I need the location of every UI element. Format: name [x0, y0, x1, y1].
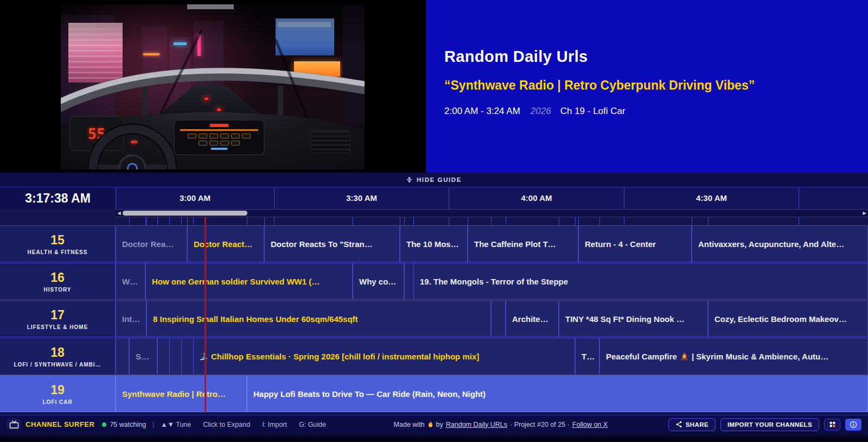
program-cell[interactable]: The Caffeine Plot T…	[468, 225, 578, 262]
guide-grid: 15HEALTH & FITNESSDoctor Rea…Doctor Reac…	[0, 217, 868, 412]
program-cell[interactable]: Why co…	[353, 263, 404, 300]
program-cell[interactable]: Synthwave Radio | Retro…	[116, 375, 247, 412]
program-title: How one German soldier Survived WW1 (…	[152, 277, 320, 286]
channel-number: 18	[50, 345, 65, 360]
scrollbar-thumb[interactable]	[123, 211, 247, 216]
program-title: TINY *48 Sq Ft* Dining Nook …	[565, 314, 685, 324]
guide-row: 16HISTORYW…How one German soldier Surviv…	[0, 263, 868, 300]
console-screen	[174, 119, 265, 155]
scroll-left-button[interactable]: ◀	[116, 210, 123, 217]
program-cell[interactable]	[181, 338, 194, 375]
channel-cell[interactable]: 15HEALTH & FITNESS	[0, 225, 116, 262]
info-icon	[850, 421, 857, 428]
project-label: · Project #20 of 25 ·	[510, 421, 570, 428]
program-cell[interactable]: Int…	[116, 300, 146, 337]
program-cell[interactable]: Archite…	[506, 300, 559, 337]
channel-number: 17	[50, 308, 65, 323]
program-cell[interactable]: Doctor React…	[187, 225, 264, 262]
info-button[interactable]	[845, 419, 861, 431]
video-player[interactable]: 55	[0, 0, 426, 173]
channel-cell[interactable]: 19LOFI CAR	[0, 375, 116, 412]
program-cell[interactable]: S…	[129, 338, 157, 375]
channel-cell[interactable]: 18LOFI / SYNTHWAVE / AMBI…	[0, 338, 116, 375]
program-cell[interactable]	[491, 300, 506, 337]
program-cell[interactable]	[169, 338, 182, 375]
guide-row: 17LIFESTYLE & HOMEInt…8 Inspiring Small …	[0, 300, 868, 337]
snowboarder-icon	[200, 352, 208, 361]
hide-guide-button[interactable]: HIDE GUIDE	[0, 173, 868, 187]
by-label: by	[436, 421, 443, 428]
channel-label: Ch 19 - Lofi Car	[560, 106, 626, 117]
video-screen: 55	[61, 4, 365, 169]
program-cell[interactable]: 8 Inspiring Small Italian Homes Under 60…	[146, 300, 491, 337]
program-cell[interactable]: W…	[116, 263, 145, 300]
hint-import: I: Import	[262, 421, 287, 428]
channel-surfer-app: 55 Random Daily U	[0, 0, 868, 442]
program-title: 19. The Mongols - Terror of the Steppe	[420, 277, 568, 286]
program-cell[interactable]	[116, 338, 129, 375]
import-channels-button[interactable]: IMPORT YOUR CHANNELS	[720, 418, 819, 431]
program-title: | Skyrim Music & Ambience, Autu…	[692, 352, 828, 361]
program-title: Peaceful Campfire	[606, 352, 677, 361]
share-button[interactable]: SHARE	[668, 418, 716, 431]
program-cell[interactable]: 19. The Mongols - Terror of the Steppe	[413, 263, 868, 300]
hint-guide: G: Guide	[299, 421, 326, 428]
time-slot: 3:00 AM	[116, 187, 275, 209]
divider: |	[152, 421, 154, 428]
apps-button[interactable]	[824, 419, 840, 431]
bottom-strip	[0, 433, 868, 442]
random-daily-urls-link[interactable]: Random Daily URLs	[446, 421, 507, 428]
channel-name: HEALTH & FITNESS	[23, 249, 92, 255]
tv-logo	[7, 419, 21, 430]
grid-icon	[829, 421, 836, 428]
program-cell[interactable]: Happy Lofi Beats to Drive To — Car Ride …	[247, 375, 868, 412]
guide-rows: 15HEALTH & FITNESSDoctor Rea…Doctor Reac…	[0, 225, 868, 412]
program-cell[interactable]: Doctor Rea…	[116, 225, 187, 262]
program-title: T…	[582, 352, 595, 361]
guide-row: 18LOFI / SYNTHWAVE / AMBI…S…Chillhop Ess…	[0, 338, 868, 375]
guide-row: 19LOFI CARSynthwave Radio | Retro…Happy …	[0, 375, 868, 412]
program-cell[interactable]: Chillhop Essentials · Spring 2026 [chill…	[193, 338, 575, 375]
program-cell[interactable]: Peaceful Campfire| Skyrim Music & Ambien…	[599, 338, 868, 375]
watching-dot	[102, 422, 106, 427]
dash-vent	[310, 130, 350, 153]
program-cell[interactable]: Doctor Reacts To "Stran…	[264, 225, 400, 262]
program-title: The Caffeine Plot T…	[474, 239, 556, 249]
time-slot: 3:30 AM	[275, 187, 449, 209]
program-title: Cozy, Eclectic Bedroom Makeov…	[714, 314, 847, 324]
channel-number: 19	[50, 383, 65, 397]
program-cell[interactable]: How one German soldier Survived WW1 (…	[145, 263, 353, 300]
channel-name: LIFESTYLE & HOME	[23, 324, 93, 330]
billboard-sliver	[187, 4, 234, 9]
channel-name: LOFI / SYNTHWAVE / AMBI…	[9, 362, 105, 368]
program-cell[interactable]: TINY *48 Sq Ft* Dining Nook …	[559, 300, 708, 337]
credit-line: Made with by Random Daily URLs · Project…	[394, 421, 608, 428]
share-icon	[675, 421, 682, 428]
channel-cell[interactable]: 16HISTORY	[0, 263, 116, 300]
program-meta: 2:00 AM - 3:24 AM 2026 Ch 19 - Lofi Car	[444, 106, 868, 117]
channel-number: 16	[50, 270, 65, 285]
program-title: Happy Lofi Beats to Drive To — Car Ride …	[253, 389, 486, 399]
program-title: Why co…	[359, 277, 396, 286]
top-section: 55 Random Daily U	[0, 0, 868, 173]
program-title: Doctor Reacts To "Stran…	[271, 239, 373, 249]
program-title: Doctor React…	[194, 239, 252, 249]
program-title: Antivaxxers, Acupuncture, And Alte…	[698, 239, 844, 249]
scroll-right-button[interactable]: ▶	[861, 210, 868, 217]
program-cell[interactable]	[157, 338, 170, 375]
program-cell[interactable]: Cozy, Eclectic Bedroom Makeov…	[708, 300, 868, 337]
program-cell[interactable]: Return - 4 - Center	[578, 225, 692, 262]
program-cell[interactable]: The 10 Mos…	[400, 225, 468, 262]
channel-number: 15	[50, 233, 65, 248]
wheel-logo	[127, 163, 138, 169]
program-cell[interactable]: T…	[575, 338, 599, 375]
channel-cell[interactable]: 17LIFESTYLE & HOME	[0, 300, 116, 337]
flame-icon	[427, 421, 433, 428]
time-range: 2:00 AM - 3:24 AM	[444, 106, 520, 117]
guide-header: 3:17:38 AM 3:00 AM3:30 AM4:00 AM4:30 AM	[0, 187, 868, 209]
follow-on-x-link[interactable]: Follow on X	[572, 421, 608, 428]
program-title: Return - 4 - Center	[585, 239, 656, 249]
hide-guide-label: HIDE GUIDE	[417, 176, 462, 183]
program-cell[interactable]: Antivaxxers, Acupuncture, And Alte…	[692, 225, 868, 262]
made-with-label: Made with	[394, 421, 425, 428]
